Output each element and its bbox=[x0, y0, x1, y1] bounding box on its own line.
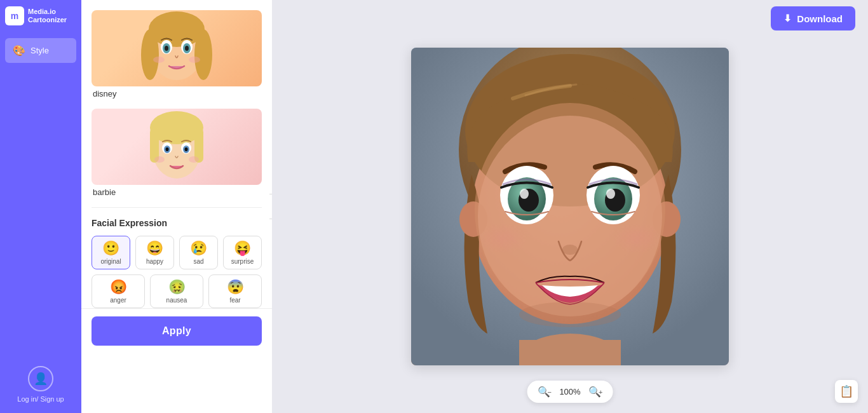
barbie-label: barbie bbox=[92, 185, 262, 202]
surprise-emoji: 😝 bbox=[234, 241, 251, 255]
main-canvas: 🔍 − 100% 🔍 + 📋 bbox=[272, 0, 868, 413]
expression-original[interactable]: 🙂 original bbox=[92, 236, 130, 269]
disney-label: disney bbox=[92, 86, 262, 104]
nausea-emoji: 🤢 bbox=[168, 280, 186, 294]
sad-emoji: 😢 bbox=[190, 241, 207, 255]
style-card-disney[interactable]: disney bbox=[92, 10, 262, 104]
happy-label: happy bbox=[146, 258, 163, 265]
collapse-panel-button[interactable]: ‹ bbox=[269, 194, 272, 219]
svg-point-11 bbox=[189, 57, 200, 63]
facial-expression-section: Facial Expression 🙂 original 😄 happy 😢 s… bbox=[81, 218, 272, 308]
svg-point-44 bbox=[613, 222, 661, 254]
zoom-in-button[interactable]: 🔍 + bbox=[587, 384, 604, 399]
expression-grid-row1: 🙂 original 😄 happy 😢 sad 😝 surprise bbox=[92, 236, 262, 269]
style-panel: disney bbox=[81, 0, 272, 413]
svg-point-42 bbox=[562, 245, 578, 255]
anger-emoji: 😡 bbox=[110, 280, 127, 294]
barbie-image bbox=[92, 109, 262, 185]
app-logo: m Media.io Cartoonizer bbox=[0, 0, 81, 32]
zoom-value: 100% bbox=[558, 387, 582, 396]
login-text[interactable]: Log in/ Sign up bbox=[17, 395, 64, 403]
original-emoji: 🙂 bbox=[102, 241, 119, 255]
zoom-bar: 🔍 − 100% 🔍 + bbox=[527, 381, 613, 403]
sidebar-nav: 🎨 Style bbox=[0, 32, 81, 69]
sidebar-item-style-label: Style bbox=[31, 46, 49, 55]
happy-emoji: 😄 bbox=[146, 241, 163, 255]
style-card-barbie[interactable]: barbie bbox=[92, 109, 262, 202]
fear-label: fear bbox=[229, 297, 240, 304]
surprise-label: surprise bbox=[231, 258, 254, 265]
download-label: Download bbox=[797, 13, 843, 24]
svg-point-2 bbox=[141, 29, 159, 80]
svg-point-10 bbox=[153, 57, 165, 63]
svg-point-33 bbox=[478, 116, 662, 316]
expression-surprise[interactable]: 😝 surprise bbox=[223, 236, 262, 269]
anger-label: anger bbox=[110, 297, 126, 304]
nausea-label: nausea bbox=[166, 297, 187, 304]
apply-button[interactable]: Apply bbox=[92, 316, 262, 346]
expression-sad[interactable]: 😢 sad bbox=[179, 236, 218, 269]
sidebar-bottom: 👤 Log in/ Sign up bbox=[7, 356, 74, 413]
divider bbox=[92, 207, 262, 208]
expression-fear[interactable]: 😨 fear bbox=[208, 274, 262, 308]
cartoon-face-svg bbox=[411, 48, 729, 365]
apply-button-container: Apply bbox=[81, 308, 272, 353]
user-avatar[interactable]: 👤 bbox=[28, 366, 53, 391]
expression-anger[interactable]: 😡 anger bbox=[92, 274, 145, 308]
svg-point-20 bbox=[166, 147, 169, 151]
svg-point-45 bbox=[519, 302, 621, 327]
svg-point-22 bbox=[154, 156, 165, 163]
sidebar-item-style[interactable]: 🎨 Style bbox=[5, 38, 76, 63]
expression-nausea[interactable]: 🤢 nausea bbox=[150, 274, 203, 308]
topbar: ⬇ Download bbox=[758, 0, 868, 37]
svg-point-8 bbox=[165, 46, 168, 51]
logo-text: Media.io Cartoonizer bbox=[28, 8, 67, 24]
cartoon-preview bbox=[411, 48, 729, 365]
notes-button[interactable]: 📋 bbox=[835, 380, 858, 403]
disney-image bbox=[92, 10, 262, 86]
fear-emoji: 😨 bbox=[227, 280, 244, 294]
svg-point-41 bbox=[606, 189, 615, 199]
original-label: original bbox=[100, 258, 121, 265]
facial-expression-title: Facial Expression bbox=[92, 218, 262, 228]
logo-icon: m bbox=[5, 6, 24, 25]
sidebar: m Media.io Cartoonizer 🎨 Style 👤 Log in/… bbox=[0, 0, 81, 413]
expression-happy[interactable]: 😄 happy bbox=[135, 236, 174, 269]
sad-label: sad bbox=[193, 258, 203, 265]
svg-point-3 bbox=[194, 29, 212, 80]
svg-point-21 bbox=[185, 147, 188, 151]
download-icon: ⬇ bbox=[783, 13, 792, 24]
style-list: disney bbox=[81, 0, 272, 202]
svg-point-43 bbox=[479, 222, 527, 254]
download-button[interactable]: ⬇ Download bbox=[771, 6, 855, 30]
expression-grid-row2: 😡 anger 🤢 nausea 😨 fear bbox=[92, 274, 262, 308]
svg-rect-26 bbox=[519, 340, 621, 365]
notes-icon: 📋 bbox=[839, 384, 853, 398]
style-icon: 🎨 bbox=[13, 44, 25, 57]
svg-point-40 bbox=[520, 189, 529, 199]
svg-point-9 bbox=[185, 46, 189, 51]
user-avatar-icon: 👤 bbox=[34, 372, 48, 386]
svg-point-23 bbox=[189, 156, 199, 163]
zoom-out-button[interactable]: 🔍 − bbox=[536, 384, 553, 399]
